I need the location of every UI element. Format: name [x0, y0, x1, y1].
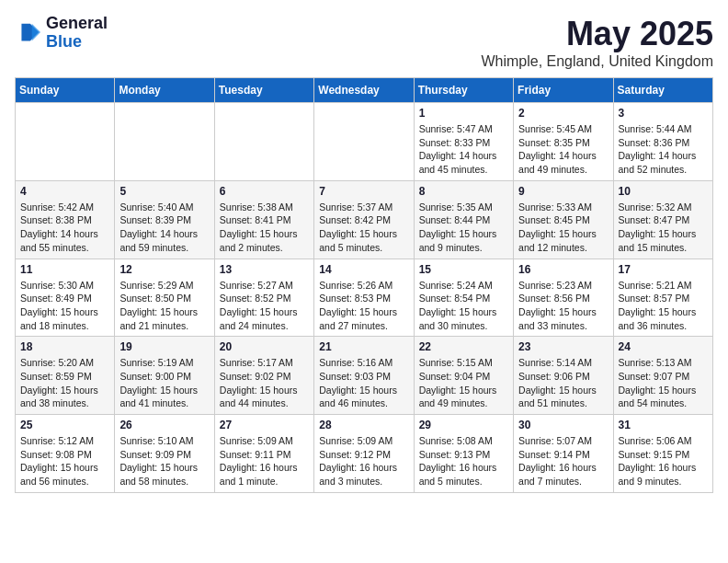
- page-header: General Blue May 2025 Whimple, England, …: [15, 15, 713, 70]
- day-detail: Sunrise: 5:15 AM Sunset: 9:04 PM Dayligh…: [419, 356, 508, 410]
- day-detail: Sunrise: 5:20 AM Sunset: 8:59 PM Dayligh…: [20, 356, 109, 410]
- calendar-cell: 14Sunrise: 5:26 AM Sunset: 8:53 PM Dayli…: [314, 259, 414, 337]
- day-number: 20: [220, 340, 309, 353]
- calendar-cell: 18Sunrise: 5:20 AM Sunset: 8:59 PM Dayli…: [16, 337, 115, 415]
- calendar-cell: 3Sunrise: 5:44 AM Sunset: 8:36 PM Daylig…: [613, 103, 712, 181]
- day-detail: Sunrise: 5:38 AM Sunset: 8:41 PM Dayligh…: [220, 201, 309, 255]
- day-detail: Sunrise: 5:17 AM Sunset: 9:02 PM Dayligh…: [220, 356, 309, 410]
- day-number: 28: [319, 419, 408, 431]
- day-number: 1: [419, 107, 508, 120]
- day-detail: Sunrise: 5:13 AM Sunset: 9:07 PM Dayligh…: [619, 356, 708, 410]
- day-detail: Sunrise: 5:14 AM Sunset: 9:06 PM Dayligh…: [518, 356, 608, 410]
- day-number: 12: [119, 263, 209, 276]
- day-number: 5: [119, 185, 209, 198]
- day-detail: Sunrise: 5:45 AM Sunset: 8:35 PM Dayligh…: [518, 122, 608, 177]
- day-detail: Sunrise: 5:08 AM Sunset: 9:13 PM Dayligh…: [419, 434, 508, 488]
- day-detail: Sunrise: 5:42 AM Sunset: 8:38 PM Dayligh…: [20, 201, 109, 255]
- calendar-row-2: 4Sunrise: 5:42 AM Sunset: 8:38 PM Daylig…: [16, 180, 713, 259]
- day-number: 23: [518, 340, 608, 353]
- calendar-cell: 6Sunrise: 5:38 AM Sunset: 8:41 PM Daylig…: [214, 180, 313, 259]
- day-number: 22: [419, 340, 508, 353]
- calendar-cell: [214, 103, 313, 181]
- calendar-cell: 17Sunrise: 5:21 AM Sunset: 8:57 PM Dayli…: [613, 259, 712, 337]
- calendar-cell: 27Sunrise: 5:09 AM Sunset: 9:11 PM Dayli…: [214, 415, 313, 493]
- calendar-cell: 2Sunrise: 5:45 AM Sunset: 8:35 PM Daylig…: [514, 103, 613, 181]
- calendar-cell: 15Sunrise: 5:24 AM Sunset: 8:54 PM Dayli…: [414, 259, 513, 337]
- day-number: 14: [319, 263, 408, 276]
- weekday-header-sunday: Sunday: [16, 78, 115, 103]
- day-number: 19: [119, 340, 209, 353]
- calendar-cell: 20Sunrise: 5:17 AM Sunset: 9:02 PM Dayli…: [214, 337, 313, 415]
- day-detail: Sunrise: 5:32 AM Sunset: 8:47 PM Dayligh…: [619, 201, 708, 255]
- day-number: 3: [619, 107, 708, 120]
- calendar-cell: 11Sunrise: 5:30 AM Sunset: 8:49 PM Dayli…: [16, 259, 115, 337]
- calendar-cell: 7Sunrise: 5:37 AM Sunset: 8:42 PM Daylig…: [314, 180, 414, 259]
- calendar-cell: 22Sunrise: 5:15 AM Sunset: 9:04 PM Dayli…: [414, 337, 513, 415]
- day-detail: Sunrise: 5:40 AM Sunset: 8:39 PM Dayligh…: [119, 201, 209, 255]
- calendar-cell: 13Sunrise: 5:27 AM Sunset: 8:52 PM Dayli…: [214, 259, 313, 337]
- day-detail: Sunrise: 5:10 AM Sunset: 9:09 PM Dayligh…: [119, 434, 209, 488]
- day-detail: Sunrise: 5:26 AM Sunset: 8:53 PM Dayligh…: [319, 279, 408, 333]
- day-number: 8: [419, 185, 508, 198]
- calendar-cell: 16Sunrise: 5:23 AM Sunset: 8:56 PM Dayli…: [514, 259, 613, 337]
- day-number: 18: [20, 340, 109, 353]
- calendar-cell: 4Sunrise: 5:42 AM Sunset: 8:38 PM Daylig…: [16, 180, 115, 259]
- day-number: 4: [20, 185, 109, 198]
- day-detail: Sunrise: 5:09 AM Sunset: 9:11 PM Dayligh…: [220, 434, 309, 488]
- day-detail: Sunrise: 5:06 AM Sunset: 9:15 PM Dayligh…: [619, 434, 708, 488]
- day-number: 17: [619, 263, 708, 276]
- weekday-header-wednesday: Wednesday: [314, 78, 414, 103]
- calendar-cell: 26Sunrise: 5:10 AM Sunset: 9:09 PM Dayli…: [115, 415, 214, 493]
- calendar-cell: 31Sunrise: 5:06 AM Sunset: 9:15 PM Dayli…: [613, 415, 712, 493]
- day-number: 2: [518, 107, 608, 120]
- calendar-cell: [115, 103, 214, 181]
- logo-blue: Blue: [46, 33, 108, 52]
- calendar-cell: 30Sunrise: 5:07 AM Sunset: 9:14 PM Dayli…: [514, 415, 613, 493]
- day-detail: Sunrise: 5:19 AM Sunset: 9:00 PM Dayligh…: [119, 356, 209, 410]
- day-detail: Sunrise: 5:47 AM Sunset: 8:33 PM Dayligh…: [419, 122, 508, 177]
- day-number: 21: [319, 340, 408, 353]
- day-number: 13: [220, 263, 309, 276]
- calendar-cell: 10Sunrise: 5:32 AM Sunset: 8:47 PM Dayli…: [613, 180, 712, 259]
- calendar-title: May 2025: [481, 15, 713, 53]
- calendar-cell: [314, 103, 414, 181]
- logo: General Blue: [15, 15, 108, 52]
- day-number: 31: [619, 419, 708, 431]
- logo-general: General: [46, 15, 108, 33]
- day-number: 29: [419, 419, 508, 431]
- day-number: 11: [20, 263, 109, 276]
- calendar-cell: [16, 103, 115, 181]
- title-block: May 2025 Whimple, England, United Kingdo…: [481, 15, 713, 70]
- weekday-header-thursday: Thursday: [414, 78, 513, 103]
- day-detail: Sunrise: 5:07 AM Sunset: 9:14 PM Dayligh…: [518, 434, 608, 488]
- day-number: 10: [619, 185, 708, 198]
- calendar-row-1: 1Sunrise: 5:47 AM Sunset: 8:33 PM Daylig…: [16, 103, 713, 181]
- calendar-cell: 21Sunrise: 5:16 AM Sunset: 9:03 PM Dayli…: [314, 337, 414, 415]
- day-detail: Sunrise: 5:09 AM Sunset: 9:12 PM Dayligh…: [319, 434, 408, 488]
- day-detail: Sunrise: 5:24 AM Sunset: 8:54 PM Dayligh…: [419, 279, 508, 333]
- calendar-cell: 12Sunrise: 5:29 AM Sunset: 8:50 PM Dayli…: [115, 259, 214, 337]
- calendar-row-4: 18Sunrise: 5:20 AM Sunset: 8:59 PM Dayli…: [16, 337, 713, 415]
- day-number: 6: [220, 185, 309, 198]
- calendar-table: SundayMondayTuesdayWednesdayThursdayFrid…: [15, 77, 713, 493]
- weekday-header-friday: Friday: [514, 78, 613, 103]
- calendar-cell: 5Sunrise: 5:40 AM Sunset: 8:39 PM Daylig…: [115, 180, 214, 259]
- day-detail: Sunrise: 5:16 AM Sunset: 9:03 PM Dayligh…: [319, 356, 408, 410]
- calendar-cell: 25Sunrise: 5:12 AM Sunset: 9:08 PM Dayli…: [16, 415, 115, 493]
- day-detail: Sunrise: 5:29 AM Sunset: 8:50 PM Dayligh…: [119, 279, 209, 333]
- day-detail: Sunrise: 5:37 AM Sunset: 8:42 PM Dayligh…: [319, 201, 408, 255]
- weekday-header-tuesday: Tuesday: [214, 78, 313, 103]
- calendar-cell: 9Sunrise: 5:33 AM Sunset: 8:45 PM Daylig…: [514, 180, 613, 259]
- day-detail: Sunrise: 5:27 AM Sunset: 8:52 PM Dayligh…: [220, 279, 309, 333]
- logo-icon: [15, 20, 40, 46]
- day-detail: Sunrise: 5:12 AM Sunset: 9:08 PM Dayligh…: [20, 434, 109, 488]
- weekday-header-saturday: Saturday: [613, 78, 712, 103]
- calendar-cell: 29Sunrise: 5:08 AM Sunset: 9:13 PM Dayli…: [414, 415, 513, 493]
- day-number: 15: [419, 263, 508, 276]
- calendar-row-5: 25Sunrise: 5:12 AM Sunset: 9:08 PM Dayli…: [16, 415, 713, 493]
- calendar-location: Whimple, England, United Kingdom: [481, 53, 713, 70]
- day-detail: Sunrise: 5:23 AM Sunset: 8:56 PM Dayligh…: [518, 279, 608, 333]
- calendar-row-3: 11Sunrise: 5:30 AM Sunset: 8:49 PM Dayli…: [16, 259, 713, 337]
- day-detail: Sunrise: 5:30 AM Sunset: 8:49 PM Dayligh…: [20, 279, 109, 333]
- day-number: 9: [518, 185, 608, 198]
